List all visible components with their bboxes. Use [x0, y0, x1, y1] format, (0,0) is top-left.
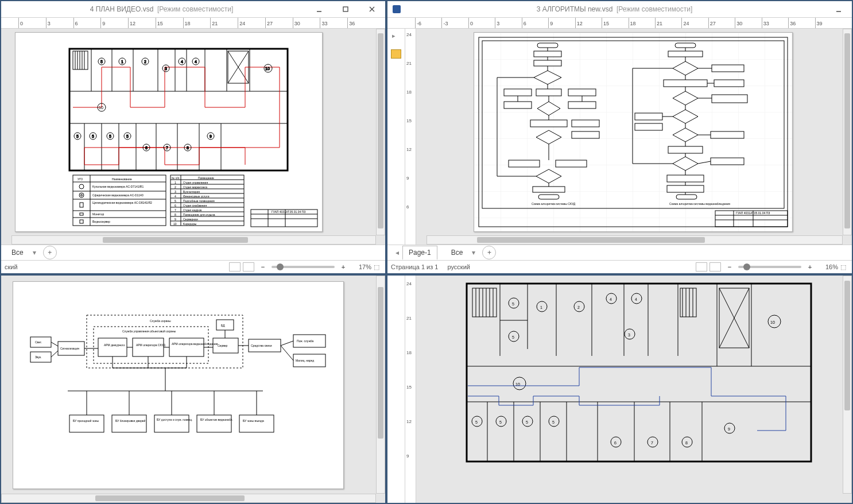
- svg-text:3: 3: [165, 67, 167, 71]
- folder-icon[interactable]: [391, 49, 401, 59]
- fit-page-icon[interactable]: ⬚: [371, 263, 382, 271]
- svg-text:9: 9: [175, 218, 176, 221]
- svg-text:6: 6: [175, 204, 176, 207]
- svg-text:6: 6: [614, 441, 617, 445]
- svg-rect-78: [80, 213, 83, 215]
- canvas[interactable]: 5 1 2 3 4 4 10 10 5 5 5 5: [1, 29, 385, 245]
- drawing-page[interactable]: Служба охраны Служба управления объектов…: [13, 281, 344, 489]
- zoom-out-button[interactable]: −: [259, 263, 267, 270]
- zoom-in-button[interactable]: +: [339, 263, 347, 270]
- svg-text:Видеосервер: Видеосервер: [92, 220, 110, 223]
- ruler-horizontal: 0 3 6 9 12 15 18 21 24 27 30 33 36: [1, 17, 385, 29]
- svg-rect-249: [112, 415, 146, 432]
- svg-rect-178: [635, 123, 662, 130]
- title-mode: [Режим совместимости]: [617, 5, 692, 13]
- drawing-page[interactable]: 5 5 1 2 4 4 3 10 10 5 5 5 5 6: [464, 281, 815, 476]
- svg-text:БУ проходной зоны: БУ проходной зоны: [73, 419, 99, 422]
- svg-rect-143: [504, 102, 532, 108]
- svg-text:Милиц. наряд: Милиц. наряд: [296, 359, 314, 362]
- add-page-button[interactable]: +: [482, 246, 496, 259]
- svg-text:6: 6: [145, 146, 148, 150]
- work-area: 5 1 2 3 4 4 10 10 5 5 5 5: [1, 29, 385, 245]
- svg-text:Средства связи: Средства связи: [251, 344, 272, 347]
- close-button[interactable]: [359, 1, 385, 17]
- status-language: русский: [447, 263, 470, 270]
- chevron-down-icon[interactable]: ▾: [468, 249, 479, 257]
- svg-rect-255: [239, 415, 274, 432]
- svg-rect-262: [467, 284, 811, 462]
- svg-text:2: 2: [144, 60, 146, 64]
- svg-rect-219: [133, 338, 164, 356]
- svg-text:Служба управления объектовой о: Служба управления объектовой охраны: [122, 329, 176, 333]
- svg-text:4: 4: [635, 297, 637, 301]
- svg-text:Отдел управления: Отдел управления: [183, 181, 208, 184]
- canvas[interactable]: Служба охраны Служба управления объектов…: [1, 276, 385, 503]
- zoom-slider[interactable]: [738, 266, 801, 268]
- svg-text:1: 1: [121, 60, 123, 64]
- scrollbar-horizontal[interactable]: [11, 235, 376, 245]
- minimize-button[interactable]: [306, 1, 332, 17]
- svg-text:Цилиндрическая видеокамера AC-: Цилиндрическая видеокамера AC-D8141IR2: [92, 201, 152, 204]
- zoom-in-button[interactable]: +: [806, 263, 814, 270]
- scrollbar-vertical[interactable]: [376, 29, 385, 235]
- zoom-out-button[interactable]: −: [726, 263, 734, 270]
- svg-text:5: 5: [499, 420, 502, 424]
- canvas[interactable]: Схема алгоритма системы СКУД Схема алгор…: [416, 29, 852, 245]
- minimize-button[interactable]: [825, 1, 852, 17]
- svg-rect-182: [711, 131, 744, 138]
- shapes-pane-collapsed[interactable]: [387, 276, 405, 503]
- fit-page-icon[interactable]: ⬚: [838, 263, 848, 271]
- pane-top-right: 3 АЛГОРИТМЫ new.vsd [Режим совместимости…: [386, 0, 853, 274]
- svg-rect-1: [343, 7, 348, 11]
- svg-text:Отдел маркетинга: Отдел маркетинга: [183, 185, 207, 189]
- maximize-button[interactable]: [332, 1, 359, 17]
- svg-text:Схема алгоритма системы видеон: Схема алгоритма системы видеонаблюдения: [669, 202, 730, 206]
- svg-text:5: 5: [109, 134, 111, 138]
- svg-text:ГУАП 4031АТ.05.01.04 ПЗ: ГУАП 4031АТ.05.01.04 ПЗ: [272, 210, 305, 214]
- svg-rect-205: [87, 315, 243, 368]
- shapes-pane-collapsed[interactable]: ▸: [387, 29, 405, 245]
- view-buttons[interactable]: [696, 262, 721, 272]
- svg-point-75: [79, 193, 84, 197]
- svg-line-216: [51, 351, 58, 357]
- svg-text:9: 9: [210, 134, 212, 138]
- svg-text:БД: БД: [221, 324, 225, 327]
- svg-rect-138: [536, 89, 561, 96]
- scrollbar-vertical[interactable]: [843, 29, 852, 235]
- svg-line-215: [51, 342, 58, 346]
- scrollbar-vertical[interactable]: [376, 276, 385, 494]
- svg-rect-139: [568, 89, 596, 96]
- view-buttons[interactable]: [229, 262, 254, 272]
- scrollbar-vertical[interactable]: [843, 276, 852, 494]
- drawing-page[interactable]: 5 1 2 3 4 4 10 10 5 5 5 5: [15, 32, 323, 232]
- svg-text:Отдел снабжения: Отдел снабжения: [183, 204, 207, 207]
- pane-top-left: 4 ПЛАН ВИДЕО.vsd [Режим совместимости] 0…: [0, 0, 386, 274]
- sheet-all-label[interactable]: Все: [6, 246, 29, 259]
- scrollbar-horizontal[interactable]: [426, 235, 843, 245]
- chevron-down-icon[interactable]: ▾: [29, 249, 40, 257]
- svg-text:АРМ оператора видеонаблюдения: АРМ оператора видеонаблюдения: [172, 342, 218, 346]
- svg-rect-193: [676, 195, 697, 199]
- title-mode: [Режим совместимости]: [157, 5, 233, 13]
- svg-text:УГО: УГО: [77, 177, 83, 181]
- zoom-slider[interactable]: [272, 266, 335, 268]
- svg-rect-160: [675, 43, 696, 48]
- svg-rect-177: [635, 113, 662, 120]
- svg-text:1: 1: [540, 305, 542, 309]
- scrollbar-horizontal[interactable]: [1, 494, 376, 503]
- pane-bottom-right: 24 21 18 15 12 9: [386, 274, 853, 504]
- svg-text:Коридоры: Коридоры: [183, 222, 197, 226]
- svg-rect-150: [572, 131, 599, 138]
- svg-rect-77: [80, 203, 83, 207]
- add-page-button[interactable]: +: [43, 246, 57, 259]
- chevron-first-icon[interactable]: ◂: [392, 249, 402, 257]
- svg-text:Подсобные помещения: Подсобные помещения: [183, 199, 215, 203]
- visio-icon: [390, 5, 404, 13]
- titlebar: 3 АЛГОРИТМЫ new.vsd [Режим совместимости…: [387, 1, 852, 17]
- page-tab[interactable]: Page-1: [402, 246, 437, 260]
- drawing-page[interactable]: Схема алгоритма системы СКУД Схема алгор…: [474, 32, 793, 232]
- canvas[interactable]: 5 5 1 2 4 4 3 10 10 5 5 5 5 6: [416, 276, 852, 503]
- sheet-all-label[interactable]: Все: [445, 246, 469, 259]
- window-title: 3 АЛГОРИТМЫ new.vsd [Режим совместимости…: [404, 5, 825, 13]
- svg-text:5: 5: [76, 134, 79, 138]
